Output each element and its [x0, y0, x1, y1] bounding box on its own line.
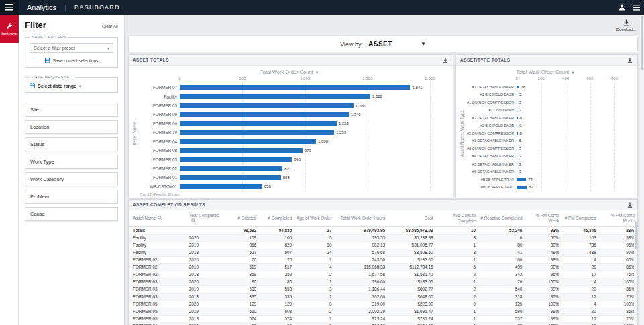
bar[interactable] [180, 121, 337, 126]
table-cell: 70 [227, 256, 259, 263]
table-cell: 2018 [185, 315, 227, 322]
download-table-icon[interactable] [627, 202, 633, 208]
bar[interactable] [517, 86, 519, 89]
column-header-asset-name[interactable]: Asset Name [129, 210, 185, 226]
view-by-dropdown[interactable]: View by: ASSET ▼ [129, 36, 637, 52]
bar[interactable] [180, 139, 316, 144]
filter-section-status[interactable]: Status [25, 137, 118, 151]
bar[interactable] [517, 124, 517, 127]
bar[interactable] [180, 157, 292, 162]
column-header--pm-completed[interactable]: # PM Completed [562, 210, 599, 226]
table-cell: FORMER 06 [129, 322, 185, 325]
bar[interactable] [180, 175, 281, 180]
bar-value-label: 3 [519, 162, 521, 166]
table-cell: Facility [129, 241, 185, 249]
bar-row: FORMER 01808 [138, 173, 449, 182]
column-header-age-of-work-order[interactable]: Age of Work Order [294, 210, 334, 226]
bar[interactable] [517, 178, 526, 182]
category-label: #3 DETACHABLE INKER [466, 139, 517, 143]
bar[interactable] [517, 186, 527, 189]
user-profile-icon[interactable] [618, 3, 626, 11]
bar[interactable] [180, 112, 349, 117]
bar[interactable] [517, 139, 517, 143]
hamburger-menu-icon[interactable] [0, 0, 19, 15]
column-header-avg-days-to-complete[interactable]: Avg Days to Complete [436, 210, 478, 226]
filter-section-problem[interactable]: Problem [25, 190, 118, 204]
table-cell: 11 [562, 322, 599, 325]
filter-section-site[interactable]: Site [25, 103, 118, 117]
saved-filters-group: SAVED FILTERS Select a filter preset ▾ S… [25, 37, 118, 68]
column-header-total-work-order-hours[interactable]: Total Work Order Hours [334, 210, 388, 226]
charts-row: ASSET TOTALS Total Work Order Count▼ Ass… [129, 55, 637, 198]
table-cell: 517 [259, 263, 294, 271]
table-cell: 342 [478, 271, 525, 278]
window-scrollbar[interactable] [640, 15, 644, 325]
column-header--reactive-completed[interactable]: # Reactive Completed [478, 210, 525, 226]
bar[interactable] [180, 166, 282, 171]
download-dashboard-button[interactable]: Download... [616, 19, 636, 31]
table-row: FORMER 0220195195174115,068.33$112,784.1… [129, 263, 637, 271]
bar[interactable] [517, 101, 517, 105]
bar[interactable] [517, 117, 517, 120]
bar[interactable] [517, 109, 517, 112]
bar[interactable] [180, 103, 354, 108]
bar-value-label: 3 [519, 101, 521, 105]
table-cell: 527 [227, 249, 259, 256]
bar[interactable] [180, 130, 334, 135]
table-cell: 1 [294, 256, 334, 263]
filter-section-work-category[interactable]: Work Category [25, 172, 118, 186]
table-cell: 88 [478, 322, 525, 325]
table-cell: 76% [599, 315, 637, 322]
category-label: #5 DETACHABLE INKER [466, 162, 517, 166]
column-header--pm-comp-week[interactable]: % PM Comp Week [525, 210, 561, 226]
save-selections-button[interactable]: Save current selections [30, 58, 113, 63]
column-header-year-completed[interactable]: Year Completed [185, 210, 227, 226]
table-cell: 6 [478, 234, 525, 241]
chart-metric-select[interactable]: Total Work Order Count▼ [130, 67, 449, 76]
right-menu-icon[interactable] [633, 5, 640, 11]
clear-all-link[interactable]: Clear All [102, 24, 118, 29]
bar[interactable] [180, 85, 410, 90]
bar-track: 1,233 [180, 130, 430, 135]
category-label: #2 QUINCY COMPRESSOR [466, 131, 517, 135]
calendar-icon [30, 83, 35, 88]
bar[interactable] [180, 184, 262, 189]
bar[interactable] [517, 132, 517, 135]
column-header-cost[interactable]: Cost [388, 210, 436, 226]
chart-metric-select[interactable]: Total Work Order Count▼ [458, 67, 633, 76]
bar[interactable] [517, 147, 517, 151]
table-cell: 80 [478, 241, 525, 249]
download-chart-icon[interactable] [627, 57, 633, 64]
bar[interactable] [517, 163, 517, 166]
filter-section-location[interactable]: Location [25, 120, 118, 134]
bar[interactable] [180, 148, 303, 153]
table-cell: 359 [227, 271, 259, 278]
bar[interactable] [517, 93, 517, 96]
table-cell: 2018 [185, 249, 227, 256]
filter-section-cause[interactable]: Cause [25, 207, 118, 221]
results-shown-note: Top 12 Results Shown [140, 192, 180, 196]
column-header--pm-comp-month[interactable]: % PM Comp Month [599, 210, 637, 226]
bar-row: #4 DETACHABLE INKER3 [466, 153, 633, 161]
table-cell: FORMER 02 [129, 263, 185, 271]
table-cell: 610 [227, 308, 259, 315]
search-icon[interactable] [158, 216, 162, 220]
bar[interactable] [517, 170, 517, 174]
filter-section-work-type[interactable]: Work Type [25, 155, 118, 169]
bar[interactable] [180, 94, 370, 99]
results-table-wrap: Asset NameYear Completed# Created# Compl… [129, 210, 637, 325]
table-cell: 0 [294, 300, 334, 308]
column-header--created[interactable]: # Created [227, 210, 259, 226]
bar-row: #1 QUINCY COMPRESSOR3 [466, 99, 633, 107]
module-tile-maintenance[interactable]: Maintenance [0, 15, 19, 43]
search-icon[interactable] [191, 218, 196, 223]
bar-row: #3 QUINCY COMPRESSOR3 [466, 145, 633, 153]
table-scrollbar[interactable] [634, 221, 637, 325]
filter-preset-select[interactable]: Select a filter preset ▾ [30, 43, 113, 53]
table-cell: $112,784.16 [388, 263, 436, 271]
bar[interactable] [517, 155, 517, 158]
column-header--completed[interactable]: # Completed [259, 210, 294, 226]
date-range-select[interactable]: Select date range ▾ [30, 83, 113, 88]
download-chart-icon[interactable] [442, 57, 449, 64]
table-cell: 608 [259, 308, 294, 315]
